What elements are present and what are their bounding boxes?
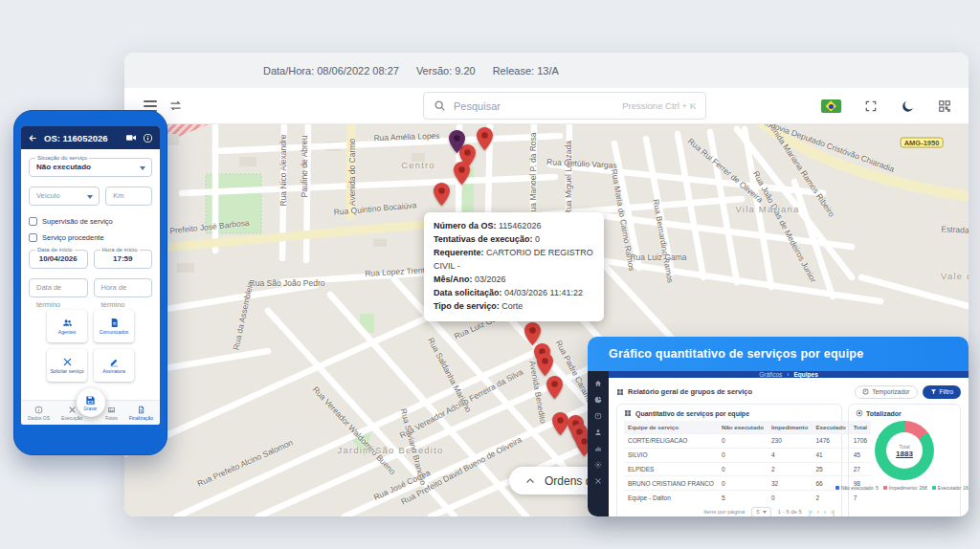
map-street-label: Estrada bbox=[941, 224, 969, 235]
map-pin-red[interactable] bbox=[477, 127, 493, 150]
breadcrumb-parent[interactable]: Gráficos bbox=[759, 371, 782, 378]
table-row[interactable]: BRUNO CRISTIANO FRANCO0326698 bbox=[624, 476, 871, 491]
service-status-select[interactable]: Situação do serviço Não executado bbox=[29, 158, 152, 177]
checkbox-row-supervisão-de-serviço[interactable]: Supervisão de serviço bbox=[29, 217, 152, 226]
pie-chart-icon[interactable] bbox=[594, 396, 602, 404]
tooltip-line: Requerente: CARTORIO DE REGISTRO CIVIL - bbox=[434, 247, 594, 274]
phone-nav-fotos[interactable]: Fotos bbox=[105, 406, 118, 421]
checkbox-icon[interactable] bbox=[29, 233, 37, 242]
donut-center-value[interactable]: 1883 bbox=[896, 450, 913, 458]
timer-button[interactable]: Temporizador bbox=[855, 385, 917, 399]
legend-item: Não executado: 5 bbox=[835, 485, 879, 491]
column-header: Impedimento bbox=[768, 421, 813, 434]
map-area-label: Vila Mariana bbox=[735, 204, 799, 214]
breadcrumb: Gráficos › Equipes bbox=[609, 371, 969, 378]
finish-icon bbox=[137, 406, 145, 414]
clock-icon bbox=[862, 388, 869, 395]
fullscreen-icon[interactable] bbox=[864, 99, 878, 113]
map-pin-red[interactable] bbox=[434, 183, 450, 206]
service-status-label: Situação do serviço bbox=[35, 155, 89, 161]
info-icon[interactable] bbox=[143, 133, 153, 143]
phone-actions: AgentesComunicadosSolicitar serviçoAssin… bbox=[29, 310, 152, 382]
checkbox-label: Serviço procedente bbox=[42, 233, 104, 242]
chevron-down-icon bbox=[87, 195, 93, 199]
column-header: Equipe de serviço bbox=[624, 421, 718, 434]
apps-icon[interactable] bbox=[938, 99, 951, 113]
table-row[interactable]: ELPIDES022527 bbox=[624, 462, 871, 476]
map-pin-red[interactable] bbox=[537, 353, 553, 376]
os-tooltip: Número da OS: 115462026Tentativas de exe… bbox=[424, 212, 604, 321]
map-street-label: Rua Manoel P. da Rosa bbox=[528, 132, 538, 217]
last-page-icon[interactable]: ›| bbox=[831, 509, 835, 516]
map-street-label: Rua São João Pedro bbox=[250, 278, 325, 288]
dark-mode-icon[interactable] bbox=[901, 99, 915, 114]
checkbox-label: Supervisão de serviço bbox=[42, 217, 113, 226]
bar-chart-icon[interactable] bbox=[594, 445, 602, 452]
signature-icon bbox=[109, 357, 120, 367]
tooltip-line: Tipo de serviço: Corte bbox=[434, 300, 594, 314]
filter-button[interactable]: Filtro bbox=[923, 385, 961, 399]
wrench-icon[interactable] bbox=[594, 477, 602, 485]
phone-action-agentes[interactable]: Agentes bbox=[47, 310, 87, 342]
os-title: OS: 116052026 bbox=[44, 133, 120, 143]
checkbox-row-serviço-procedente[interactable]: Serviço procedente bbox=[29, 233, 152, 242]
chevron-up-icon bbox=[524, 475, 536, 487]
end-time-field[interactable]: Hora de término bbox=[94, 278, 153, 297]
per-page-select[interactable]: 5 bbox=[751, 507, 770, 516]
clock-icon[interactable] bbox=[594, 412, 602, 420]
gear-icon[interactable] bbox=[594, 461, 602, 469]
brazil-flag-icon[interactable] bbox=[821, 99, 841, 113]
info-icon bbox=[34, 406, 43, 414]
search-input[interactable]: Pesquisar Pressione Ctrl + K bbox=[423, 92, 706, 120]
breadcrumb-current: Equipes bbox=[794, 371, 818, 378]
totalizer-card: Totalizador Total 1883 Não executado: 5I… bbox=[848, 404, 961, 516]
swap-icon[interactable] bbox=[168, 99, 183, 113]
phone-nav-right: FotosFinalização bbox=[105, 406, 153, 421]
table-row[interactable]: SILVIO044145 bbox=[624, 448, 871, 462]
release-text: Release: 13/A bbox=[493, 65, 559, 77]
start-time-field[interactable]: Hora de início 17:59 bbox=[94, 250, 153, 269]
legend-item: Impedimento: 268 bbox=[883, 485, 927, 491]
map-pin-red[interactable] bbox=[524, 322, 541, 345]
camera-icon[interactable] bbox=[125, 132, 137, 143]
phone-action-comunicados[interactable]: Comunicados bbox=[94, 310, 134, 342]
phone-action-solicitar-serviço[interactable]: Solicitar serviço bbox=[47, 349, 87, 382]
datetime-text: Data/Hora: 08/06/2022 08:27 bbox=[263, 65, 399, 77]
map-street-label: Paulino de Abreu bbox=[300, 136, 309, 198]
phone-nav-dados-os[interactable]: Dados OS bbox=[28, 406, 50, 421]
end-date-field[interactable]: Data de término bbox=[29, 278, 88, 297]
services-chart-panel: Gráfico quantitativo de serviços por equ… bbox=[588, 337, 969, 516]
checkbox-icon[interactable] bbox=[29, 217, 37, 226]
phone-nav-finalização[interactable]: Finalização bbox=[129, 406, 153, 421]
table-head-row: Equipe de serviçoNão executadoImpediment… bbox=[624, 421, 871, 434]
map-pin-red[interactable] bbox=[454, 162, 470, 185]
first-page-icon[interactable]: |‹ bbox=[809, 509, 813, 516]
phone-checkboxes: Supervisão de serviçoServiço procedente bbox=[29, 217, 152, 242]
report-title: Relatório geral de grupos de serviço bbox=[616, 387, 752, 396]
prev-page-icon[interactable]: ‹ bbox=[817, 509, 819, 516]
map-pin-red[interactable] bbox=[552, 412, 568, 435]
phone-action-assinatura[interactable]: Assinatura bbox=[94, 349, 134, 382]
back-arrow-icon[interactable] bbox=[28, 133, 38, 143]
table-title: Quantitativo de serviços por equipe bbox=[624, 409, 835, 417]
main-toolbar: Pesquisar Pressione Ctrl + K bbox=[124, 88, 969, 124]
tooltip-line: Número da OS: 115462026 bbox=[434, 220, 594, 233]
map-street-label: Rua Nico Alexandre bbox=[278, 134, 288, 206]
next-page-icon[interactable]: › bbox=[824, 509, 826, 516]
road-ref-badge: AMG-1950 bbox=[901, 138, 944, 148]
user-icon[interactable] bbox=[594, 428, 602, 436]
map-pin-red[interactable] bbox=[546, 376, 563, 399]
home-icon[interactable] bbox=[594, 380, 602, 387]
table-row[interactable]: Equipe - Dalton5027 bbox=[624, 491, 871, 504]
start-date-field[interactable]: Data de início 10/04/2026 bbox=[29, 250, 88, 269]
tooltip-line: Mês/Ano: 03/2026 bbox=[434, 274, 594, 287]
search-icon bbox=[434, 99, 446, 112]
vehicle-select[interactable]: Veículo bbox=[29, 187, 100, 206]
agents-icon bbox=[62, 318, 73, 328]
table-row[interactable]: CORTE/RELIGACAO023014761706 bbox=[624, 434, 871, 449]
save-fab[interactable]: Gravar bbox=[77, 388, 105, 417]
map-pin-purple[interactable] bbox=[449, 130, 465, 153]
table-body: CORTE/RELIGACAO023014761706SILVIO044145E… bbox=[624, 434, 871, 504]
km-field[interactable]: Km bbox=[105, 187, 152, 206]
search-shortcut-hint: Pressione Ctrl + K bbox=[622, 100, 696, 111]
